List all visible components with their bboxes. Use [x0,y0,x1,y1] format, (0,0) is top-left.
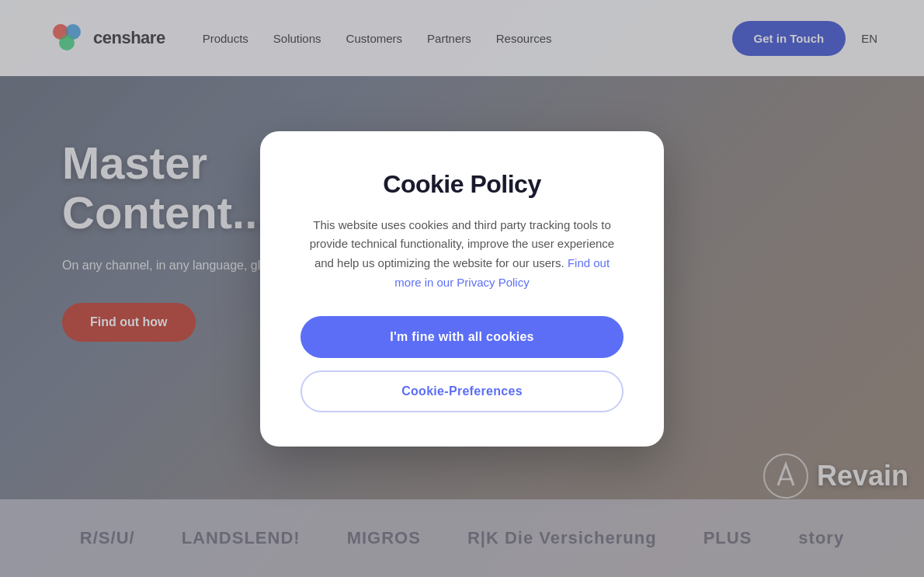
modal-overlay: Cookie Policy This website uses cookies … [0,0,924,577]
cookie-modal: Cookie Policy This website uses cookies … [260,131,664,447]
cookie-modal-title: Cookie Policy [300,170,624,199]
cookie-preferences-button[interactable]: Cookie-Preferences [300,370,624,412]
accept-cookies-button[interactable]: I'm fine with all cookies [300,316,624,358]
cookie-modal-body: This website uses cookies and third part… [300,216,624,293]
